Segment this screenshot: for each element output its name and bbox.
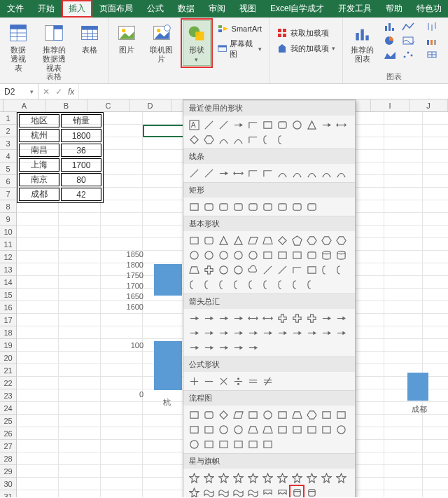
shape-arrows-23[interactable] bbox=[202, 341, 215, 354]
shape-recent-15[interactable] bbox=[246, 133, 259, 146]
shape-flow-2[interactable] bbox=[217, 408, 230, 421]
shape-basic-33[interactable] bbox=[188, 278, 200, 291]
get-addins-button[interactable]: 获取加载项 bbox=[274, 26, 338, 40]
shape-lines-5[interactable] bbox=[261, 167, 274, 179]
shape-stars-15[interactable] bbox=[246, 486, 259, 497]
shape-flow-7[interactable] bbox=[290, 408, 303, 421]
shape-lines-7[interactable] bbox=[290, 167, 303, 179]
shape-arrows-8[interactable] bbox=[305, 312, 318, 324]
shape-flow-20[interactable] bbox=[320, 423, 332, 436]
shape-stars-6[interactable] bbox=[276, 471, 288, 484]
shape-arrows-26[interactable] bbox=[246, 341, 259, 354]
shape-basic-26[interactable] bbox=[246, 263, 259, 276]
shape-stars-13[interactable] bbox=[217, 486, 230, 497]
shape-basic-9[interactable] bbox=[320, 234, 332, 247]
row-header-27[interactable]: 27 bbox=[0, 440, 16, 452]
cell-A3[interactable]: 南昌 bbox=[19, 144, 59, 157]
row-header-25[interactable]: 25 bbox=[0, 415, 16, 427]
shape-flow-9[interactable] bbox=[320, 408, 332, 421]
online-picture-button[interactable]: 联机图片 bbox=[145, 20, 178, 66]
shape-equation-5[interactable] bbox=[261, 375, 274, 387]
shape-flow-0[interactable] bbox=[188, 408, 200, 421]
shape-flow-1[interactable] bbox=[202, 408, 215, 421]
shape-rects-4[interactable] bbox=[246, 200, 259, 213]
shape-recent-12[interactable] bbox=[202, 133, 215, 146]
shape-stars-11[interactable] bbox=[188, 486, 200, 497]
shape-rects-5[interactable] bbox=[261, 200, 274, 213]
shape-recent-14[interactable] bbox=[232, 133, 244, 146]
area-chart-icon[interactable] bbox=[382, 48, 398, 61]
shape-rects-0[interactable] bbox=[188, 200, 200, 213]
shape-basic-15[interactable] bbox=[246, 249, 259, 261]
shape-rects-8[interactable] bbox=[305, 200, 318, 213]
bar-chart-icon[interactable] bbox=[382, 20, 398, 33]
shape-stars-9[interactable] bbox=[320, 471, 332, 484]
shape-lines-8[interactable] bbox=[305, 167, 318, 179]
name-box[interactable]: D2 ▾ bbox=[0, 84, 38, 99]
shape-basic-29[interactable] bbox=[290, 263, 303, 276]
recommended-pivot-button[interactable]: 推荐的 数据透视表 bbox=[36, 20, 71, 76]
shapes-dropdown-panel[interactable]: 最近使用的形状 A 线条 矩形 基本形状 箭头总汇 公式形状 流程图 星与旗帜 … bbox=[183, 99, 356, 497]
pie-chart-icon[interactable] bbox=[382, 34, 398, 47]
row-header-19[interactable]: 19 bbox=[0, 339, 16, 352]
cell-A5[interactable]: 南京 bbox=[19, 173, 59, 186]
shape-arrows-5[interactable] bbox=[261, 312, 274, 324]
smartart-button[interactable]: SmartArt bbox=[215, 22, 265, 36]
shape-flow-15[interactable] bbox=[246, 423, 259, 436]
shape-recent-0[interactable]: A bbox=[188, 118, 200, 131]
shape-stars-17[interactable] bbox=[276, 486, 288, 497]
tab-developer[interactable]: 开发工具 bbox=[331, 0, 379, 18]
shape-basic-0[interactable] bbox=[188, 234, 200, 247]
row-header-6[interactable]: 6 bbox=[0, 175, 16, 188]
shape-equation-3[interactable] bbox=[232, 375, 244, 387]
shape-flow-10[interactable] bbox=[335, 408, 347, 421]
row-header-18[interactable]: 18 bbox=[0, 326, 16, 339]
shape-basic-39[interactable] bbox=[276, 278, 288, 291]
shape-arrows-12[interactable] bbox=[202, 326, 215, 339]
map-chart-icon[interactable] bbox=[400, 34, 416, 47]
col-header-A[interactable]: A bbox=[4, 99, 46, 111]
shape-arrows-25[interactable] bbox=[232, 341, 244, 354]
shape-basic-41[interactable] bbox=[305, 278, 318, 291]
shape-arrows-4[interactable] bbox=[246, 312, 259, 324]
row-header-13[interactable]: 13 bbox=[0, 263, 16, 276]
shape-lines-4[interactable] bbox=[246, 167, 259, 179]
shape-arrows-9[interactable] bbox=[320, 312, 332, 324]
shape-arrows-14[interactable] bbox=[232, 326, 244, 339]
shape-arrows-1[interactable] bbox=[202, 312, 215, 324]
enter-icon[interactable]: ✓ bbox=[55, 87, 62, 97]
cell-A1[interactable]: 地区 bbox=[19, 114, 59, 127]
shape-basic-10[interactable] bbox=[335, 234, 347, 247]
screenshot-button[interactable]: 屏幕截图 ▾ bbox=[215, 37, 265, 61]
pivot-table-button[interactable]: 数据 透视表 bbox=[4, 20, 32, 76]
recommended-charts-button[interactable]: 推荐的 图表 bbox=[347, 20, 377, 66]
shape-arrows-19[interactable] bbox=[305, 326, 318, 339]
shape-lines-9[interactable] bbox=[320, 167, 332, 179]
shape-recent-8[interactable] bbox=[305, 118, 318, 131]
radar-chart-icon[interactable] bbox=[424, 48, 440, 61]
cell-A2[interactable]: 杭州 bbox=[19, 129, 59, 142]
shape-stars-4[interactable] bbox=[246, 471, 259, 484]
shape-recent-13[interactable] bbox=[217, 133, 230, 146]
cell-B2[interactable]: 1800 bbox=[61, 129, 102, 142]
shape-basic-5[interactable] bbox=[261, 234, 274, 247]
shape-flow-22[interactable] bbox=[188, 438, 200, 450]
shape-arrows-6[interactable] bbox=[276, 312, 288, 324]
shape-arrows-18[interactable] bbox=[290, 326, 303, 339]
shape-basic-40[interactable] bbox=[290, 278, 303, 291]
picture-button[interactable]: 图片 bbox=[113, 20, 141, 66]
shape-flow-17[interactable] bbox=[276, 423, 288, 436]
row-header-14[interactable]: 14 bbox=[0, 276, 16, 289]
row-header-8[interactable]: 8 bbox=[0, 200, 16, 213]
shape-arrows-24[interactable] bbox=[217, 341, 230, 354]
cell-A6[interactable]: 成都 bbox=[19, 188, 59, 201]
shape-stars-16[interactable] bbox=[261, 486, 274, 497]
table-button[interactable]: 表格 bbox=[76, 20, 104, 76]
shape-basic-34[interactable] bbox=[202, 278, 215, 291]
shape-flow-23[interactable] bbox=[202, 438, 215, 450]
shape-stars-1[interactable] bbox=[202, 471, 215, 484]
row-header-10[interactable]: 10 bbox=[0, 226, 16, 238]
shape-flow-13[interactable] bbox=[217, 423, 230, 436]
cell-B3[interactable]: 36 bbox=[61, 144, 102, 157]
shape-recent-4[interactable] bbox=[246, 118, 259, 131]
